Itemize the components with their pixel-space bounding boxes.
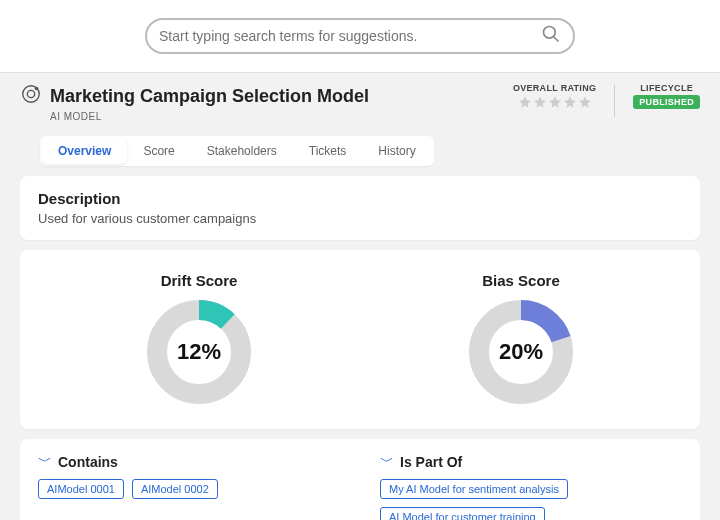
tab-stakeholders[interactable]: Stakeholders [191,138,293,164]
lifecycle: LIFECYCLE PUBLISHED [633,83,700,109]
description-text: Used for various customer campaigns [38,211,682,226]
bias-donut: 20% [466,297,576,407]
search-input[interactable] [159,28,541,44]
star-icon [578,95,592,109]
part-of-section: ﹀ Is Part Of My AI Model for sentiment a… [380,453,682,520]
page-title: Marketing Campaign Selection Model [50,86,369,107]
model-icon [20,83,42,109]
drift-score: Drift Score 12% [144,272,254,407]
scores-card: Drift Score 12% Bias Score 20% [20,250,700,429]
star-rating [518,95,592,109]
tab-score[interactable]: Score [127,138,190,164]
contains-toggle[interactable]: ﹀ Contains [38,453,340,471]
lifecycle-badge: PUBLISHED [633,95,700,109]
star-icon [548,95,562,109]
part-of-chip[interactable]: AI Model for customer training [380,507,545,520]
contains-chip[interactable]: AIModel 0001 [38,479,124,499]
contains-chip[interactable]: AIModel 0002 [132,479,218,499]
search-bar [0,0,720,73]
part-of-chip[interactable]: My AI Model for sentiment analysis [380,479,568,499]
svg-point-0 [544,27,556,39]
drift-score-title: Drift Score [161,272,238,289]
star-icon [533,95,547,109]
description-card: Description Used for various customer ca… [20,176,700,240]
part-of-title: Is Part Of [400,454,462,470]
bias-value: 20% [466,297,576,407]
search-icon[interactable] [541,24,561,48]
drift-value: 12% [144,297,254,407]
overall-rating: OVERALL RATING [513,83,596,109]
part-of-toggle[interactable]: ﹀ Is Part Of [380,453,682,471]
search-box[interactable] [145,18,575,54]
contains-section: ﹀ Contains AIModel 0001 AIModel 0002 [38,453,340,520]
chevron-down-icon: ﹀ [380,453,394,471]
page-header: Marketing Campaign Selection Model AI MO… [0,73,720,130]
bias-score: Bias Score 20% [466,272,576,407]
tab-overview[interactable]: Overview [42,138,127,164]
contains-title: Contains [58,454,118,470]
svg-point-4 [35,87,39,91]
chevron-down-icon: ﹀ [38,453,52,471]
svg-point-2 [27,90,34,97]
star-icon [563,95,577,109]
bias-score-title: Bias Score [482,272,560,289]
lifecycle-label: LIFECYCLE [640,83,693,93]
tabs: Overview Score Stakeholders Tickets Hist… [40,136,434,166]
tab-history[interactable]: History [362,138,431,164]
page-subtitle: AI MODEL [50,111,369,122]
star-icon [518,95,532,109]
tab-tickets[interactable]: Tickets [293,138,363,164]
drift-donut: 12% [144,297,254,407]
relations-card: ﹀ Contains AIModel 0001 AIModel 0002 ﹀ I… [20,439,700,520]
svg-line-1 [554,37,559,42]
overall-rating-label: OVERALL RATING [513,83,596,93]
description-title: Description [38,190,682,207]
meta-divider [614,85,615,117]
